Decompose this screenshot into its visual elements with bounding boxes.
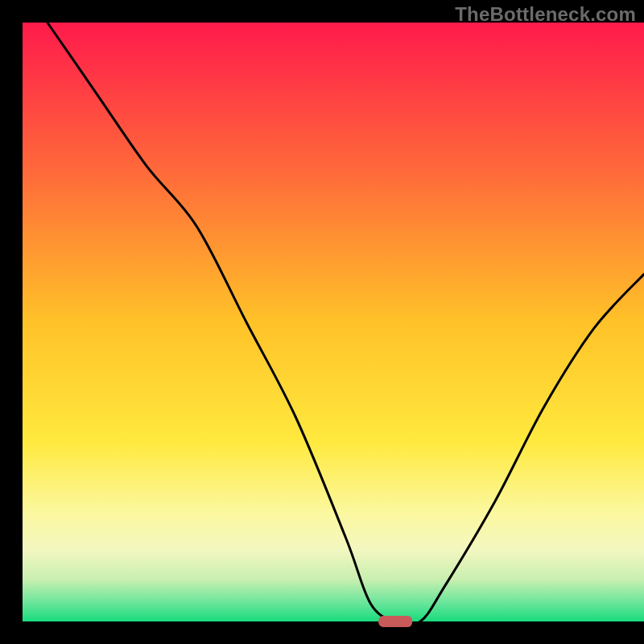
chart-svg [0,0,644,644]
plot-background [23,23,644,621]
optimal-marker [378,616,412,627]
chart-frame: TheBottleneck.com [0,0,644,644]
